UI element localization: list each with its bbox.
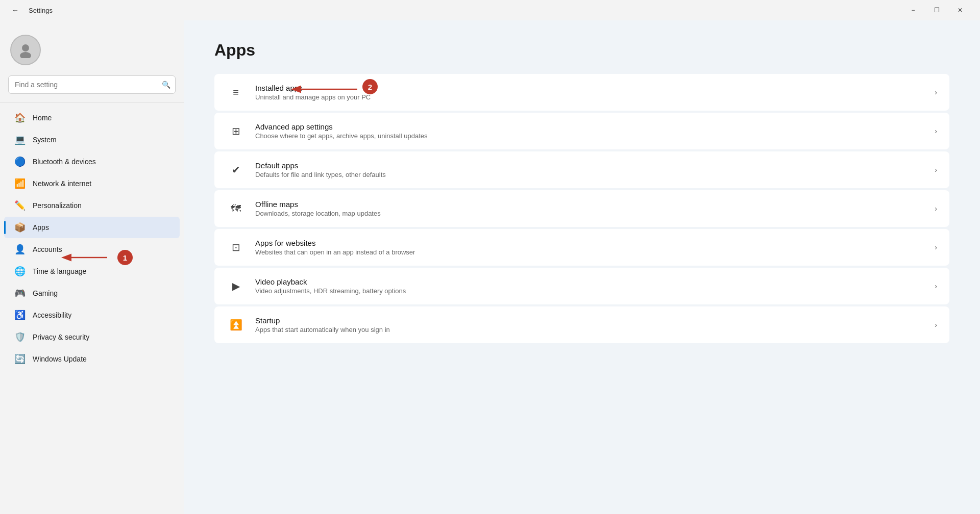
settings-item-installed-apps[interactable]: ≡ Installed apps Uninstall and manage ap… xyxy=(214,74,949,111)
apps-for-websites-icon: ⊡ xyxy=(227,238,245,256)
system-icon: 💻 xyxy=(14,134,26,145)
sidebar: 🔍 🏠 Home 💻 System 🔵 Bluetooth & devices … xyxy=(0,20,184,514)
startup-title: Startup xyxy=(255,316,924,325)
back-icon: ← xyxy=(12,6,19,14)
svg-point-1 xyxy=(20,52,31,58)
offline-maps-title: Offline maps xyxy=(255,200,924,209)
maximize-button[interactable]: ❐ xyxy=(925,0,948,20)
sidebar-item-windowsupdate[interactable]: 🔄 Windows Update xyxy=(4,348,180,370)
minimize-button[interactable]: − xyxy=(901,0,925,20)
accessibility-icon: ♿ xyxy=(14,310,26,321)
default-apps-desc: Defaults for file and link types, other … xyxy=(255,171,924,178)
sidebar-item-bluetooth[interactable]: 🔵 Bluetooth & devices xyxy=(4,151,180,172)
sidebar-divider xyxy=(0,102,184,102)
startup-chevron: › xyxy=(935,321,937,329)
gaming-icon: 🎮 xyxy=(14,288,26,299)
profile-section xyxy=(0,29,184,75)
sidebar-item-time[interactable]: 🌐 Time & language xyxy=(4,261,180,282)
sidebar-item-label: Windows Update xyxy=(33,355,87,363)
startup-icon: ⏫ xyxy=(227,316,245,334)
sidebar-item-accounts[interactable]: 👤 Accounts xyxy=(4,239,180,260)
svg-point-0 xyxy=(22,44,29,52)
advanced-app-settings-desc: Choose where to get apps, archive apps, … xyxy=(255,132,924,140)
sidebar-item-system[interactable]: 💻 System xyxy=(4,129,180,150)
privacy-icon: 🛡️ xyxy=(14,331,26,343)
settings-item-video-playback[interactable]: ▶ Video playback Video adjustments, HDR … xyxy=(214,268,949,304)
sidebar-item-privacy[interactable]: 🛡️ Privacy & security xyxy=(4,326,180,348)
content-area: Apps ≡ Installed apps Uninstall and mana… xyxy=(184,20,980,514)
advanced-app-settings-chevron: › xyxy=(935,127,937,135)
startup-desc: Apps that start automatically when you s… xyxy=(255,326,924,333)
title-bar: ← Settings − ❐ ✕ xyxy=(0,0,980,20)
settings-list: ≡ Installed apps Uninstall and manage ap… xyxy=(214,74,949,343)
settings-item-advanced-app-settings[interactable]: ⊞ Advanced app settings Choose where to … xyxy=(214,113,949,149)
maximize-icon: ❐ xyxy=(934,7,940,14)
app-title: Settings xyxy=(29,7,895,14)
sidebar-item-label: Apps xyxy=(33,223,49,232)
advanced-app-settings-title: Advanced app settings xyxy=(255,122,924,131)
search-input[interactable] xyxy=(8,75,176,94)
default-apps-chevron: › xyxy=(935,166,937,174)
accounts-icon: 👤 xyxy=(14,244,26,255)
sidebar-item-apps[interactable]: 📦 Apps xyxy=(4,217,180,238)
apps-for-websites-title: Apps for websites xyxy=(255,239,924,247)
offline-maps-icon: 🗺 xyxy=(227,199,245,218)
search-icon: 🔍 xyxy=(162,81,170,89)
settings-item-apps-for-websites[interactable]: ⊡ Apps for websites Websites that can op… xyxy=(214,229,949,266)
sidebar-item-label: Home xyxy=(33,114,52,122)
minimize-icon: − xyxy=(911,7,915,14)
close-button[interactable]: ✕ xyxy=(948,0,972,20)
offline-maps-desc: Downloads, storage location, map updates xyxy=(255,210,924,217)
installed-apps-chevron: › xyxy=(935,88,937,96)
video-playback-title: Video playback xyxy=(255,277,924,286)
sidebar-item-home[interactable]: 🏠 Home xyxy=(4,107,180,128)
default-apps-icon: ✔ xyxy=(227,161,245,179)
sidebar-item-label: Time & language xyxy=(33,267,86,275)
sidebar-item-personalization[interactable]: ✏️ Personalization xyxy=(4,195,180,216)
video-playback-chevron: › xyxy=(935,282,937,290)
time-icon: 🌐 xyxy=(14,266,26,277)
home-icon: 🏠 xyxy=(14,112,26,123)
apps-for-websites-desc: Websites that can open in an app instead… xyxy=(255,248,924,256)
settings-item-offline-maps[interactable]: 🗺 Offline maps Downloads, storage locati… xyxy=(214,190,949,227)
avatar xyxy=(10,35,41,65)
search-section: 🔍 xyxy=(8,75,176,94)
sidebar-item-label: Bluetooth & devices xyxy=(33,158,96,166)
installed-apps-desc: Uninstall and manage apps on your PC xyxy=(255,93,924,101)
offline-maps-chevron: › xyxy=(935,204,937,213)
sidebar-item-accessibility[interactable]: ♿ Accessibility xyxy=(4,304,180,326)
network-icon: 📶 xyxy=(14,178,26,189)
default-apps-title: Default apps xyxy=(255,161,924,170)
settings-item-startup[interactable]: ⏫ Startup Apps that start automatically … xyxy=(214,306,949,343)
apps-for-websites-chevron: › xyxy=(935,243,937,251)
settings-item-default-apps[interactable]: ✔ Default apps Defaults for file and lin… xyxy=(214,151,949,188)
video-playback-desc: Video adjustments, HDR streaming, batter… xyxy=(255,287,924,295)
back-button[interactable]: ← xyxy=(8,3,22,17)
sidebar-item-gaming[interactable]: 🎮 Gaming xyxy=(4,282,180,304)
sidebar-item-network[interactable]: 📶 Network & internet xyxy=(4,173,180,194)
personalization-icon: ✏️ xyxy=(14,200,26,211)
window-controls: − ❐ ✕ xyxy=(901,0,972,20)
page-title: Apps xyxy=(214,41,949,60)
sidebar-item-label: Network & internet xyxy=(33,179,91,188)
sidebar-item-label: Privacy & security xyxy=(33,333,89,341)
close-icon: ✕ xyxy=(958,7,963,14)
video-playback-icon: ▶ xyxy=(227,277,245,295)
sidebar-item-label: Accessibility xyxy=(33,311,71,319)
sidebar-nav: 🏠 Home 💻 System 🔵 Bluetooth & devices 📶 … xyxy=(0,107,184,370)
installed-apps-title: Installed apps xyxy=(255,84,924,92)
apps-icon: 📦 xyxy=(14,222,26,233)
advanced-app-settings-icon: ⊞ xyxy=(227,122,245,140)
installed-apps-icon: ≡ xyxy=(227,83,245,101)
windowsupdate-icon: 🔄 xyxy=(14,353,26,365)
bluetooth-icon: 🔵 xyxy=(14,156,26,167)
sidebar-item-label: Gaming xyxy=(33,289,58,297)
sidebar-item-label: Personalization xyxy=(33,201,82,210)
sidebar-item-label: Accounts xyxy=(33,245,62,253)
sidebar-item-label: System xyxy=(33,136,57,144)
main-layout: 🔍 🏠 Home 💻 System 🔵 Bluetooth & devices … xyxy=(0,20,980,514)
